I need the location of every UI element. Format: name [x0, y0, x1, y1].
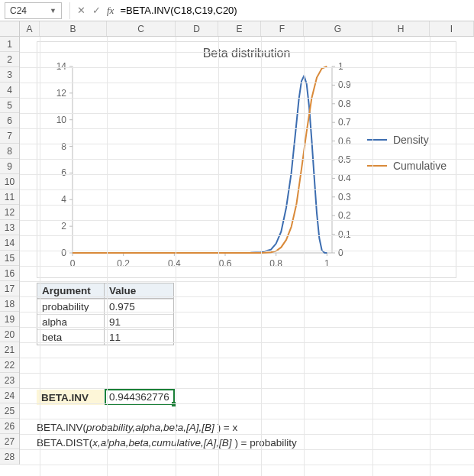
result-label: BETA.INV [41, 392, 89, 403]
legend-swatch-density [367, 139, 387, 141]
chart-legend: Density Cumulative [367, 134, 447, 186]
row-header[interactable]: 28 [0, 449, 19, 465]
row-header[interactable]: 4 [0, 83, 19, 98]
svg-text:0.2: 0.2 [117, 258, 130, 269]
svg-text:0: 0 [338, 248, 343, 258]
row-header[interactable]: 24 [0, 388, 19, 403]
row-header[interactable]: 25 [0, 403, 19, 419]
legend-swatch-cumulative [367, 165, 387, 167]
chart-plot-area: 0246810121400.10.20.30.40.50.60.70.80.91… [42, 62, 363, 274]
column-header[interactable]: A [20, 21, 40, 36]
row-header[interactable]: 9 [0, 159, 19, 174]
select-all-corner[interactable] [0, 21, 20, 37]
row-header[interactable]: 3 [0, 67, 19, 83]
argument-table: Argument Value probability 0.975 alpha 9… [37, 283, 174, 345]
row-header[interactable]: 7 [0, 128, 19, 144]
svg-text:4: 4 [61, 194, 66, 205]
row-header[interactable]: 15 [0, 251, 19, 266]
row-header[interactable]: 23 [0, 373, 19, 388]
svg-text:0.5: 0.5 [338, 154, 351, 165]
svg-text:1: 1 [324, 258, 330, 269]
result-label-cell[interactable]: BETA.INV [37, 390, 104, 405]
svg-text:0.6: 0.6 [338, 136, 351, 147]
selected-cell[interactable]: 0.944362776 [105, 389, 175, 405]
row-header[interactable]: 16 [0, 266, 19, 281]
svg-text:12: 12 [56, 88, 67, 99]
row-header[interactable]: 6 [0, 113, 19, 128]
separator [69, 2, 70, 19]
formula-input[interactable] [117, 2, 474, 19]
svg-text:6: 6 [61, 167, 66, 178]
legend-label: Cumulative [393, 160, 447, 172]
row-header[interactable]: 13 [0, 220, 19, 235]
formula-note-1: BETA.INV(probability,alpha,beta,[A],[B] … [37, 422, 237, 433]
check-icon[interactable]: ✓ [89, 2, 104, 19]
cell-reference: C24 [10, 5, 27, 16]
row-header[interactable]: 2 [0, 52, 19, 67]
fx-icon[interactable]: fx [104, 5, 117, 17]
column-header[interactable]: G [304, 21, 372, 36]
row-header[interactable]: 19 [0, 312, 19, 327]
row-header[interactable]: 12 [0, 205, 19, 220]
column-header[interactable]: C [107, 21, 176, 36]
result-value: 0.944362776 [109, 391, 169, 403]
svg-text:0: 0 [61, 248, 66, 258]
svg-text:10: 10 [56, 115, 67, 125]
svg-text:0.1: 0.1 [338, 229, 351, 240]
row-header[interactable]: 14 [0, 235, 19, 251]
svg-text:0.9: 0.9 [338, 79, 351, 90]
column-header[interactable]: B [40, 21, 107, 36]
chevron-down-icon[interactable]: ▼ [50, 7, 56, 15]
svg-text:0.6: 0.6 [219, 258, 232, 269]
column-header[interactable]: F [261, 21, 304, 36]
svg-text:0.7: 0.7 [338, 117, 351, 128]
name-box[interactable]: C24 ▼ [5, 2, 62, 19]
row-header[interactable]: 10 [0, 174, 19, 189]
cancel-icon[interactable]: ✕ [73, 2, 89, 19]
row-header[interactable]: 26 [0, 419, 19, 434]
row-header[interactable]: 8 [0, 144, 19, 159]
column-header[interactable]: H [372, 21, 430, 36]
row-header[interactable]: 22 [0, 358, 19, 373]
svg-text:0.8: 0.8 [338, 99, 351, 109]
row-header[interactable]: 5 [0, 98, 19, 113]
legend-cumulative: Cumulative [367, 160, 447, 172]
row-header[interactable]: 27 [0, 434, 19, 449]
column-header[interactable]: E [218, 21, 261, 36]
row-headers: 1234567891011121314151617181920212223242… [0, 37, 20, 465]
row-header[interactable]: 11 [0, 189, 19, 205]
formula-note-2: BETA.DIST(x,alpha,beta,cumulative,[A],[B… [37, 437, 297, 448]
spreadsheet-grid: ABCDEFGHI 123456789101112131415161718192… [0, 21, 474, 476]
svg-text:0.8: 0.8 [269, 258, 282, 269]
row-header[interactable]: 20 [0, 327, 19, 342]
column-header[interactable]: I [430, 21, 474, 36]
svg-text:0.4: 0.4 [168, 258, 181, 269]
svg-text:0.3: 0.3 [338, 192, 351, 202]
column-header[interactable]: D [176, 21, 218, 36]
svg-text:0: 0 [70, 258, 76, 269]
beta-distribution-chart[interactable]: Beta distribution 0246810121400.10.20.30… [37, 41, 456, 278]
row-header[interactable]: 17 [0, 281, 19, 296]
column-headers: ABCDEFGHI [20, 21, 474, 37]
svg-text:8: 8 [61, 141, 66, 152]
row-header[interactable]: 18 [0, 296, 19, 312]
row-header[interactable]: 1 [0, 37, 19, 52]
row-header[interactable]: 21 [0, 342, 19, 358]
formula-bar: C24 ▼ ✕ ✓ fx [0, 0, 474, 21]
svg-text:2: 2 [61, 221, 66, 232]
chart-title: Beta distribution [37, 42, 456, 60]
cells-area[interactable]: Beta distribution 0246810121400.10.20.30… [20, 37, 474, 476]
